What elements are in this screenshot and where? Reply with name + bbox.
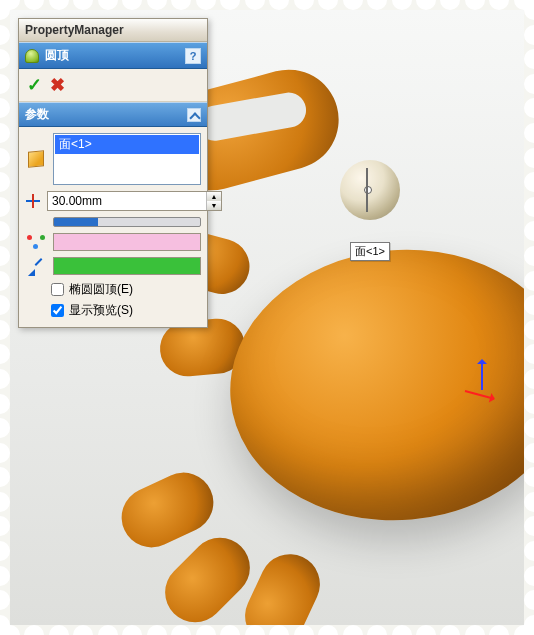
multipoint-icon bbox=[27, 235, 45, 249]
constraint-point-row bbox=[25, 233, 201, 251]
face-selection-row: 面<1> bbox=[25, 133, 201, 185]
constraint-point-field[interactable] bbox=[53, 233, 201, 251]
ellipse-dome-row[interactable]: 椭圆圆顶(E) bbox=[51, 281, 201, 298]
feature-title-bar: 圆顶 ? bbox=[19, 42, 207, 69]
ok-button[interactable]: ✓ bbox=[27, 74, 42, 96]
chevron-up-icon[interactable] bbox=[187, 108, 201, 122]
show-preview-label: 显示预览(S) bbox=[69, 302, 133, 319]
property-manager-title: PropertyManager bbox=[19, 19, 207, 42]
ellipse-dome-label: 椭圆圆顶(E) bbox=[69, 281, 133, 298]
dome-icon bbox=[25, 49, 39, 63]
show-preview-row[interactable]: 显示预览(S) bbox=[51, 302, 201, 319]
distance-input-wrapper: ▲ ▼ bbox=[47, 191, 222, 211]
direction-field[interactable] bbox=[53, 257, 201, 275]
parameters-header-label: 参数 bbox=[25, 106, 49, 123]
model-leg bbox=[235, 544, 330, 625]
distance-slider-row bbox=[25, 217, 201, 227]
cancel-button[interactable]: ✖ bbox=[50, 74, 65, 96]
parameters-header[interactable]: 参数 bbox=[19, 102, 207, 127]
ok-cancel-bar: ✓ ✖ bbox=[19, 69, 207, 102]
face-selection-item[interactable]: 面<1> bbox=[55, 135, 199, 154]
distance-row: ▲ ▼ bbox=[25, 191, 201, 211]
distance-slider[interactable] bbox=[53, 217, 201, 227]
dome-preview-sphere[interactable] bbox=[340, 160, 400, 220]
distance-input[interactable] bbox=[48, 192, 206, 210]
parameters-body: 面<1> ▲ ▼ bbox=[19, 127, 207, 327]
feature-title-text: 圆顶 bbox=[45, 47, 69, 64]
distance-icon bbox=[25, 193, 41, 209]
origin-triad-icon[interactable] bbox=[465, 360, 505, 410]
face-selection-list[interactable]: 面<1> bbox=[53, 133, 201, 185]
distance-spinner: ▲ ▼ bbox=[206, 192, 221, 210]
help-icon[interactable]: ? bbox=[185, 48, 201, 64]
face-callout[interactable]: 面<1> bbox=[350, 242, 390, 261]
distance-spin-up[interactable]: ▲ bbox=[206, 192, 221, 201]
show-preview-checkbox[interactable] bbox=[51, 304, 64, 317]
distance-spin-down[interactable]: ▼ bbox=[206, 201, 221, 210]
property-manager-panel: PropertyManager 圆顶 ? ✓ ✖ 参数 面<1> ▲ ▼ bbox=[18, 18, 208, 328]
direction-arrow-icon bbox=[28, 258, 44, 274]
direction-row bbox=[25, 257, 201, 275]
ellipse-dome-checkbox[interactable] bbox=[51, 283, 64, 296]
face-select-icon bbox=[28, 150, 44, 168]
